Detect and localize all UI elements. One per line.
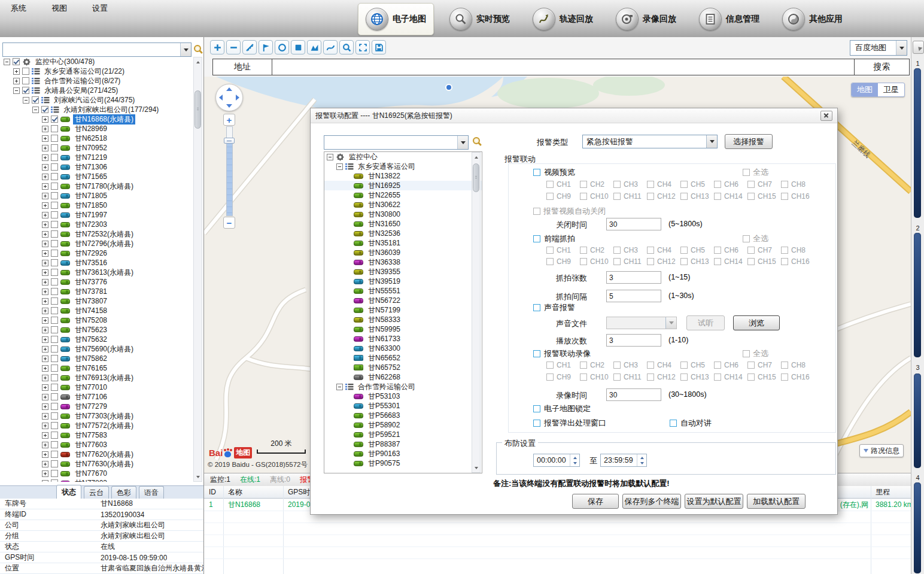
snapshot-channel-ch14[interactable]: CH14 [714,257,747,266]
auto-talk-checkbox[interactable] [670,420,677,427]
tree-checkbox[interactable] [51,384,58,391]
expand-icon[interactable] [42,174,48,180]
tree-checkbox[interactable] [51,202,58,209]
checkbox[interactable] [747,258,755,265]
tree-checkbox[interactable] [51,470,58,477]
tree-checkbox[interactable] [51,250,58,257]
expand-icon[interactable] [42,212,48,218]
tree-checkbox[interactable] [51,451,58,458]
snapshot-channel-ch6[interactable]: CH6 [714,246,747,254]
snapshot-channel-ch15[interactable]: CH15 [747,257,781,266]
record-channel-ch7[interactable]: CH7 [747,361,781,369]
checkbox[interactable] [747,373,755,381]
tree-item[interactable]: 甘N77279 [1,402,192,411]
tree-checkbox[interactable] [51,422,58,429]
tree-item[interactable]: 甘N75623 [1,325,192,335]
menu-设置[interactable]: 设置 [90,2,110,14]
tree-item[interactable]: 甘N71565 [1,172,192,181]
tree-search-combo[interactable] [2,42,192,57]
tree-checkbox[interactable] [51,336,58,343]
record-channel-ch6[interactable]: CH6 [714,361,747,369]
checkbox[interactable] [647,247,654,254]
tree-item[interactable]: 甘N65752 [324,363,482,372]
expand-icon[interactable] [42,413,48,420]
tree-item[interactable]: 甘N73516 [1,258,192,268]
tree-checkbox[interactable] [51,326,58,333]
expand-icon[interactable] [42,346,48,353]
tree-checkbox[interactable] [51,135,58,142]
tree-item[interactable]: 甘N76165 [1,363,192,373]
tab-状态[interactable]: 状态 [56,485,81,499]
tree-item[interactable]: 甘N59995 [324,324,482,334]
tree-item[interactable]: 甘N77583 [1,430,192,440]
tree-checkbox[interactable] [51,192,58,199]
tree-checkbox[interactable] [51,211,58,218]
collapse-icon[interactable] [327,154,333,160]
expand-icon[interactable] [42,135,48,142]
tree-checkbox[interactable] [51,479,58,482]
spin-up-icon[interactable] [637,454,646,460]
tree-checkbox[interactable] [51,183,58,190]
scroll-up-icon[interactable] [472,153,480,161]
preview-channel-ch11[interactable]: CH11 [613,192,647,201]
tree-item[interactable]: 甘N77630(永靖县) [1,459,192,469]
toolbar-button-其他应用[interactable]: 其他应用 [775,4,850,35]
record-channel-ch13[interactable]: CH13 [680,373,714,381]
snapshot-channel-ch12[interactable]: CH12 [647,257,680,266]
expand-icon[interactable] [42,145,48,151]
checkbox[interactable] [680,181,688,188]
expand-icon[interactable] [42,250,48,257]
preview-channel-ch16[interactable]: CH16 [781,192,814,201]
record-channel-ch5[interactable]: CH5 [680,361,714,369]
tree-item[interactable]: 甘P88387 [324,439,482,449]
tree-item[interactable]: 甘N77603 [1,440,192,450]
snapshot-channel-ch3[interactable]: CH3 [613,246,647,254]
snapshot-channel-ch1[interactable]: CH1 [546,246,580,254]
tree-checkbox[interactable] [51,345,58,353]
map-pan-control[interactable] [215,84,243,111]
collapse-icon[interactable] [336,384,343,390]
expand-icon[interactable] [42,154,48,161]
tree-scrollbar[interactable] [193,57,202,482]
expand-icon[interactable] [42,384,48,391]
checkbox[interactable] [714,181,721,188]
tree-item[interactable]: 甘N16925 [324,181,482,190]
snapshot-channel-ch4[interactable]: CH4 [647,246,680,254]
checkbox[interactable] [580,362,587,369]
checkbox[interactable] [546,373,554,381]
collapse-icon[interactable] [23,97,29,104]
polygon-button[interactable] [307,40,321,54]
tree-item[interactable]: 甘N30800 [324,209,482,219]
tree-checkbox[interactable] [22,68,29,75]
toolbar-button-实时预览[interactable]: 实时预览 [442,4,517,35]
tree-item[interactable]: 永靖县公安局(271/425) [1,86,192,95]
preview-channel-ch12[interactable]: CH12 [647,192,680,201]
tree-checkbox[interactable] [51,297,58,305]
tree-item[interactable]: 甘N62268 [324,372,482,382]
dialog-tree-scrollbar[interactable] [472,152,481,473]
tree-item[interactable]: 东乡安通客运公司 [324,162,482,171]
collapse-panel-button[interactable] [913,41,924,54]
tree-item[interactable]: 合作雪羚运输公司 [324,382,482,391]
expand-icon[interactable] [13,78,20,84]
sound-alarm-checkbox[interactable] [533,304,540,311]
record-channel-ch14[interactable]: CH14 [714,373,747,381]
tree-item[interactable]: 甘N76913(永靖县) [1,373,192,382]
expand-icon[interactable] [42,480,48,482]
checkbox[interactable] [546,181,554,188]
alarm-popup-checkbox[interactable] [533,420,540,427]
checkbox[interactable] [613,373,621,381]
expand-icon[interactable] [13,68,20,75]
expand-icon[interactable] [42,241,48,247]
checkbox[interactable] [580,373,587,381]
marker-button[interactable] [259,40,273,54]
measure-button[interactable] [242,40,257,54]
tree-item[interactable]: 甘N77106 [1,392,192,402]
expand-icon[interactable] [42,317,48,324]
record-channel-ch3[interactable]: CH3 [613,361,647,369]
checkbox[interactable] [747,193,755,200]
checkbox[interactable] [613,193,621,200]
snapshot-channel-ch11[interactable]: CH11 [613,257,647,266]
tree-item[interactable]: 甘P59521 [324,430,482,439]
pan-left-icon[interactable] [219,95,223,101]
